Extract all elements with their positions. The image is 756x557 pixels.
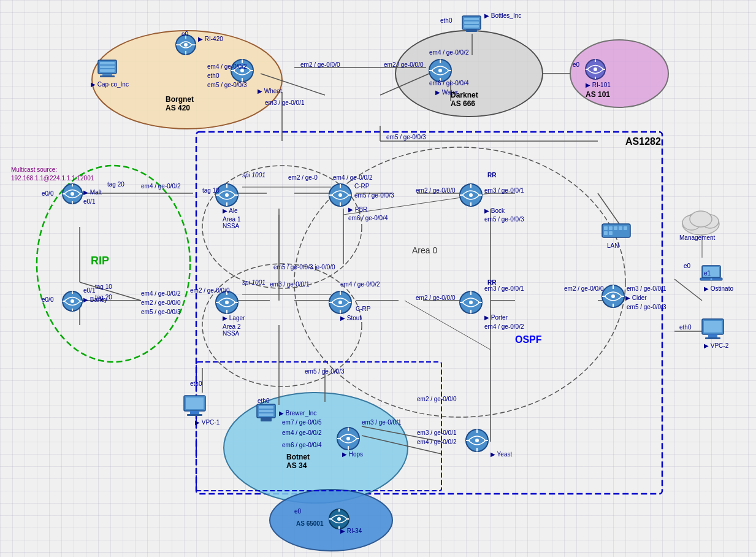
em2ge00-dark: em2 / ge-0/0/0 [384,61,423,68]
svg-line-44 [362,436,441,454]
darknet-router [428,58,452,83]
svg-rect-3 [196,132,662,494]
as65001-label: AS 65001 [296,520,323,527]
lager-router [215,290,239,315]
borgnet-as-label: BorgnetAS 420 [166,95,194,112]
ri420-label: ▶ RI-420 [198,36,223,42]
stout-router [328,290,353,315]
hops-router [336,426,361,451]
em4ge002-crp: em4 / ge-0/0/2 [333,174,372,181]
wheat-label: ▶ Wheat [258,88,282,94]
vpc1-computer [181,393,208,420]
svg-rect-60 [100,66,115,68]
svg-rect-158 [186,398,204,409]
borgnet-router [230,58,254,83]
em3ge001-porter: em3 / ge-0/0/1 [484,285,524,292]
svg-rect-164 [259,413,273,416]
em5ge003-top: em5 / ge-0/0/3 [386,134,426,140]
svg-line-43 [362,426,441,442]
brewer-server [254,402,278,425]
svg-rect-143 [602,224,630,237]
e0-as65001: e0 [294,508,301,515]
crp-top-label: C-RP [354,183,369,190]
svg-line-48 [598,193,619,224]
porter-label: ▶ Porter [484,314,508,321]
ale-router [215,183,239,207]
cider-router [601,284,625,309]
rr-top-label: RR [487,172,496,179]
as65001-router [328,508,350,530]
darknet-as-label: DarknetAS 666 [451,91,478,108]
em5ge003-crp: em5 / ge-0/0/3 [354,192,394,199]
svg-rect-76 [466,29,477,32]
hops-label: ▶ Hops [342,451,363,458]
em5je00-label: em5 / ge-0/0/3 je-0/0/0 [273,264,335,271]
area2-nssa: Area 2NSSA [223,323,240,337]
svg-point-152 [611,294,615,298]
barley-router [61,290,83,312]
svg-rect-59 [100,62,115,64]
ri101-label: ▶ RI-101 [586,82,611,88]
e0-as101: e0 [573,61,579,68]
bottles-label: ▶ Bottles_Inc [484,12,521,19]
em4ge002-yeast: em4 / ge-0/0/2 [417,439,456,445]
svg-rect-146 [614,226,617,230]
ostinato-device [699,263,724,287]
em4ge002-porter: em4 / ge-0/0/2 [484,323,524,330]
svg-rect-159 [190,411,199,414]
svg-point-96 [71,299,74,303]
rr-bottom-label: RR [487,279,496,286]
svg-point-1 [395,31,543,117]
svg-rect-145 [609,226,613,230]
tag10-area2: tag 10 [95,283,112,290]
svg-rect-63 [100,75,115,77]
svg-point-4 [37,166,190,362]
svg-point-167 [346,437,350,440]
em2ge00-cider: em2 / ge-0/0/0 [564,285,603,292]
svg-line-11 [261,74,325,95]
ri420-router [175,34,197,56]
em5ge003-barley: em5 / ge-0/0/3 [141,309,180,315]
svg-line-51 [674,279,702,301]
eth0-vpc2: eth0 [679,324,691,331]
em3ge001-cider: em3 / ge-0/0/1 [627,285,666,292]
cider-label: ▶ Cider [625,294,647,301]
svg-point-6 [202,264,362,386]
svg-rect-150 [609,231,613,235]
em2ge00-label: em2 / ge-0/0/0 [300,61,340,68]
ale-label: ▶ Ale [223,207,238,214]
em2ge00-yeast: em2 / ge-0/0/0 [417,396,456,402]
svg-point-67 [240,69,244,72]
em5ge003-cider: em5 / ge-0/0/3 [627,304,666,310]
eth0-vpc1: eth0 [190,380,202,387]
e01-malt: e0/1 [83,198,95,205]
as1282-label: AS1282 [625,136,661,147]
svg-line-12 [380,74,429,95]
svg-point-8 [224,393,408,503]
yeast-router [465,428,489,453]
as101-router [584,58,606,80]
svg-point-114 [469,193,473,197]
eth0-bottles: eth0 [440,17,452,24]
e01-barley: e0/1 [83,287,95,294]
svg-rect-147 [619,226,622,230]
svg-point-126 [338,301,342,304]
malt-router [61,183,83,205]
em3ge001-rr-top: em3 / ge-0/0/1 [484,187,524,194]
svg-rect-188 [708,334,717,337]
em4ge002-stout: em4 / ge-0/0/2 [340,281,380,288]
svg-rect-183 [703,267,719,277]
management-cloud [679,206,722,236]
crp-bottom-label: C-RP [356,305,370,312]
multicast-label: Multicast source:192.168.1.1@224.1.1.1:1… [11,166,94,183]
svg-rect-75 [464,25,479,28]
svg-point-120 [225,301,229,304]
svg-rect-187 [704,321,722,332]
em2ge0-crp: em2 / ge-0 [288,174,318,181]
tag20-label: tag 20 [107,181,124,188]
spi1001-top: spi 1001 [242,172,265,179]
em4ge002-dark: em4 / ge-0/0/2 [429,49,468,56]
svg-line-22 [80,282,141,301]
svg-rect-73 [464,18,479,20]
e00-malt: e0/0 [42,190,53,197]
